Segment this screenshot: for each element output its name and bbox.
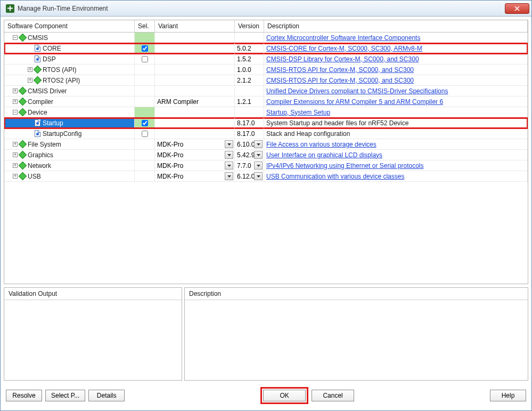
sel-cell[interactable] [135, 118, 155, 128]
table-row[interactable]: +GraphicsMDK-Pro5.42.9User Interface on … [4, 150, 528, 160]
col-component[interactable]: Software Component [4, 20, 135, 32]
description-link[interactable]: IPv4/IPv6 Networking using Ethernet or S… [266, 162, 423, 170]
variant-cell[interactable]: MDK-Pro [155, 171, 235, 181]
component-cell[interactable]: +Network [4, 160, 135, 171]
chevron-down-icon[interactable] [254, 151, 263, 159]
col-sel[interactable]: Sel. [135, 20, 155, 32]
table-row[interactable]: −CMSISCortex Microcontroller Software In… [4, 33, 528, 43]
version-cell[interactable]: 6.12.0 [235, 171, 264, 181]
component-cell[interactable]: +RTOS (API) [4, 65, 135, 75]
table-row[interactable]: −DeviceStartup, System Setup [4, 107, 528, 118]
validation-body[interactable] [4, 300, 182, 380]
description-cell[interactable]: Startup, System Setup [264, 107, 528, 117]
resolve-button[interactable]: Resolve [6, 390, 42, 401]
description-link[interactable]: USB Communication with various device cl… [266, 173, 404, 180]
component-cell[interactable]: −Device [4, 107, 135, 117]
expand-icon[interactable]: + [13, 142, 18, 147]
table-row[interactable]: +NetworkMDK-Pro7.7.0IPv4/IPv6 Networking… [4, 160, 528, 171]
description-cell[interactable]: Unified Device Drivers compliant to CMSI… [264, 86, 528, 96]
component-cell[interactable]: −CMSIS [4, 33, 135, 43]
expand-icon[interactable]: + [13, 99, 18, 104]
description-cell[interactable]: CMSIS-RTOS API for Cortex-M, SC000, and … [264, 65, 528, 75]
table-row[interactable]: DSP1.5.2CMSIS-DSP Library for Cortex-M, … [4, 54, 528, 65]
sel-cell[interactable] [135, 43, 155, 53]
description-link[interactable]: Startup, System Setup [266, 109, 330, 116]
variant-cell[interactable]: MDK-Pro [155, 139, 235, 149]
component-cell[interactable]: +Graphics [4, 150, 135, 160]
cancel-button[interactable]: Cancel [312, 390, 354, 401]
chevron-down-icon[interactable] [225, 151, 233, 159]
component-cell[interactable]: CORE [4, 43, 135, 53]
version-cell[interactable]: 7.7.0 [235, 160, 264, 171]
table-row[interactable]: +CMSIS DriverUnified Device Drivers comp… [4, 86, 528, 96]
description-cell[interactable]: Cortex Microcontroller Software Interfac… [264, 33, 528, 43]
description-link[interactable]: Compiler Extensions for ARM Compiler 5 a… [266, 98, 443, 106]
sel-cell[interactable] [135, 54, 155, 64]
component-cell[interactable]: +File System [4, 139, 135, 149]
description-link[interactable]: CMSIS-CORE for Cortex-M, SC000, SC300, A… [266, 45, 422, 52]
description-cell[interactable]: File Access on various storage devices [264, 139, 528, 149]
component-cell[interactable]: +RTOS2 (API) [4, 75, 135, 85]
description-link[interactable]: CMSIS-RTOS API for Cortex-M, SC000, and … [266, 66, 414, 74]
col-description[interactable]: Description [264, 20, 528, 32]
table-row[interactable]: +RTOS2 (API)2.1.2CMSIS-RTOS API for Cort… [4, 75, 528, 86]
chevron-down-icon[interactable] [254, 172, 263, 180]
description-cell[interactable]: IPv4/IPv6 Networking using Ethernet or S… [264, 160, 528, 171]
select-packs-button[interactable]: Select P... [45, 390, 85, 401]
component-cell[interactable]: DSP [4, 54, 135, 64]
description-cell[interactable]: CMSIS-RTOS API for Cortex-M, SC000, and … [264, 75, 528, 85]
help-button[interactable]: Help [490, 390, 526, 401]
component-cell[interactable]: +USB [4, 171, 135, 181]
chevron-down-icon[interactable] [225, 172, 233, 180]
description-link[interactable]: Unified Device Drivers compliant to CMSI… [266, 87, 448, 95]
sel-cell[interactable] [135, 128, 155, 139]
description-cell[interactable]: User Interface on graphical LCD displays [264, 150, 528, 160]
select-checkbox[interactable] [142, 120, 148, 126]
table-row[interactable]: +RTOS (API)1.0.0CMSIS-RTOS API for Corte… [4, 65, 528, 75]
component-cell[interactable]: +Compiler [4, 96, 135, 107]
description-cell[interactable]: USB Communication with various device cl… [264, 171, 528, 181]
description-body[interactable] [185, 300, 528, 380]
variant-cell[interactable]: MDK-Pro [155, 160, 235, 171]
expand-icon[interactable]: + [13, 152, 18, 157]
description-cell[interactable]: CMSIS-DSP Library for Cortex-M, SC000, a… [264, 54, 528, 64]
col-version[interactable]: Version [235, 20, 264, 32]
select-checkbox[interactable] [142, 56, 148, 62]
details-button[interactable]: Details [88, 390, 125, 401]
col-variant[interactable]: Variant [155, 20, 235, 32]
expand-icon[interactable]: + [13, 174, 18, 179]
variant-cell[interactable]: MDK-Pro [155, 150, 235, 160]
select-checkbox[interactable] [142, 131, 148, 137]
grid-body[interactable]: −CMSISCortex Microcontroller Software In… [4, 33, 528, 284]
table-row[interactable]: +USBMDK-Pro6.12.0USB Communication with … [4, 171, 528, 182]
ok-button[interactable]: OK [263, 390, 306, 401]
expand-icon[interactable]: + [28, 78, 32, 83]
expand-icon[interactable]: + [28, 67, 32, 72]
description-link[interactable]: File Access on various storage devices [266, 141, 377, 148]
chevron-down-icon[interactable] [254, 140, 263, 148]
component-cell[interactable]: +CMSIS Driver [4, 86, 135, 96]
chevron-down-icon[interactable] [225, 162, 233, 170]
description-link[interactable]: User Interface on graphical LCD displays [266, 151, 382, 159]
select-checkbox[interactable] [142, 45, 148, 52]
description-link[interactable]: CMSIS-DSP Library for Cortex-M, SC000, a… [266, 55, 419, 63]
description-cell[interactable]: CMSIS-CORE for Cortex-M, SC000, SC300, A… [264, 43, 528, 53]
description-link[interactable]: Cortex Microcontroller Software Interfac… [266, 34, 420, 42]
version-cell[interactable]: 6.10.0 [235, 139, 264, 149]
table-row[interactable]: +CompilerARM Compiler1.2.1Compiler Exten… [4, 96, 528, 107]
chevron-down-icon[interactable] [225, 140, 233, 148]
chevron-down-icon[interactable] [254, 162, 263, 170]
description-cell[interactable]: Compiler Extensions for ARM Compiler 5 a… [264, 96, 528, 107]
collapse-icon[interactable]: − [13, 110, 18, 115]
description-link[interactable]: CMSIS-RTOS API for Cortex-M, SC000, and … [266, 77, 414, 84]
collapse-icon[interactable]: − [13, 35, 18, 40]
version-cell[interactable]: 5.42.9 [235, 150, 264, 160]
table-row[interactable]: Startup8.17.0System Startup and header f… [4, 118, 528, 128]
table-row[interactable]: StartupConfig8.17.0Stack and Heap config… [4, 128, 528, 139]
expand-icon[interactable]: + [13, 163, 18, 168]
component-cell[interactable]: Startup [4, 118, 135, 128]
component-cell[interactable]: StartupConfig [4, 128, 135, 139]
table-row[interactable]: +File SystemMDK-Pro6.10.0File Access on … [4, 139, 528, 150]
table-row[interactable]: CORE5.0.2CMSIS-CORE for Cortex-M, SC000,… [4, 43, 528, 54]
expand-icon[interactable]: + [13, 88, 18, 93]
